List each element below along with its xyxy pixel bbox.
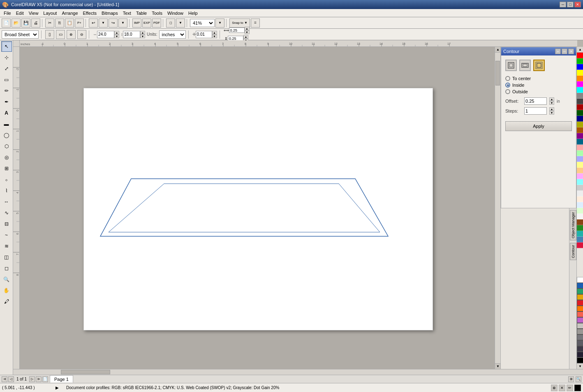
palette-swatch[interactable] xyxy=(577,156,583,162)
save-button[interactable]: 💾 xyxy=(21,18,30,28)
offset-input[interactable] xyxy=(524,97,547,105)
nudge-up[interactable]: ▲ xyxy=(212,31,217,35)
spiral-tool-btn[interactable]: ◎ xyxy=(1,152,12,163)
orange-swatch[interactable] xyxy=(577,306,583,311)
width-up[interactable]: ▲ xyxy=(114,31,119,35)
redo-button[interactable]: ↪ xyxy=(109,18,118,28)
export-button[interactable]: EXP xyxy=(142,18,151,28)
vscroll-track[interactable] xyxy=(495,53,500,363)
nearblack-swatch[interactable] xyxy=(577,352,583,357)
nudge-input[interactable] xyxy=(196,31,212,38)
page-first-btn[interactable]: ⊲ xyxy=(2,376,7,382)
palette-swatch[interactable] xyxy=(577,242,583,248)
publish-button[interactable]: PDF xyxy=(152,18,161,28)
pink-swatch[interactable] xyxy=(577,311,583,317)
blend-tool-btn[interactable]: ∿ xyxy=(1,208,12,218)
contour-tool-btn[interactable]: ⊟ xyxy=(1,219,12,229)
palette-swatch[interactable] xyxy=(577,202,583,208)
contour-minimize-btn[interactable]: ─ xyxy=(562,48,567,54)
white-swatch[interactable] xyxy=(577,277,583,283)
palette-swatch[interactable] xyxy=(577,110,583,116)
palette-swatch[interactable] xyxy=(577,185,583,191)
transparency-btn[interactable]: ◻ xyxy=(1,263,12,274)
lightgray-swatch[interactable] xyxy=(577,323,583,329)
connector-btn[interactable]: ⌇ xyxy=(1,185,12,196)
blue-swatch[interactable] xyxy=(577,283,583,288)
palette-swatch[interactable] xyxy=(577,99,583,104)
status-icon-1[interactable]: ⊕ xyxy=(551,385,558,391)
delete-page-btn[interactable]: ⊖ xyxy=(77,30,86,39)
palette-swatch[interactable] xyxy=(577,87,583,93)
contour-double-arrow[interactable]: » xyxy=(555,48,561,54)
menu-item-tools[interactable]: Tools xyxy=(149,10,165,16)
palette-swatch[interactable] xyxy=(577,76,583,81)
steps-down[interactable]: ▼ xyxy=(549,111,554,115)
page-doc-btn[interactable]: 📄 xyxy=(42,376,48,382)
palette-swatch[interactable] xyxy=(577,139,583,145)
yellow-swatch[interactable] xyxy=(577,294,583,300)
inside-radio[interactable]: Inside xyxy=(505,83,572,88)
menu-item-table[interactable]: Table xyxy=(134,10,149,16)
menu-item-layout[interactable]: Layout xyxy=(41,10,59,16)
width-down[interactable]: ▼ xyxy=(114,35,119,38)
palette-swatch[interactable] xyxy=(577,104,583,110)
crop-tool-btn[interactable]: ▭ xyxy=(1,74,12,85)
smear-btn[interactable]: ≋ xyxy=(1,241,12,251)
palette-swatch[interactable] xyxy=(577,208,583,214)
palette-swatch[interactable] xyxy=(577,173,583,179)
gray-swatch[interactable] xyxy=(577,329,583,334)
canvas-background[interactable]: ▲ ▼ xyxy=(20,47,500,369)
contour-side-tab[interactable]: Contour xyxy=(570,243,576,260)
midgray-swatch[interactable] xyxy=(577,334,583,340)
x-snap-input[interactable] xyxy=(229,28,245,33)
palette-swatch[interactable] xyxy=(577,58,583,64)
pan-tool-btn[interactable]: ✋ xyxy=(1,285,12,296)
vscroll-thumb[interactable] xyxy=(495,61,500,85)
charcoal-swatch[interactable] xyxy=(577,346,583,352)
palette-swatch[interactable] xyxy=(577,219,583,225)
eyedropper-btn[interactable]: 🖍 xyxy=(1,296,12,307)
graph-paper-btn[interactable]: ⊞ xyxy=(1,163,12,174)
height-up[interactable]: ▲ xyxy=(140,31,145,35)
status-icon-2[interactable]: ✕ xyxy=(559,385,565,391)
nudge-down[interactable]: ▼ xyxy=(212,35,217,38)
contour-close-btn[interactable]: ✕ xyxy=(568,48,574,54)
play-btn-status[interactable]: ▶ xyxy=(56,385,59,390)
snap-settings-button[interactable]: = xyxy=(251,18,260,28)
bezier-tool-btn[interactable]: ✒ xyxy=(1,97,12,107)
palette-swatch[interactable] xyxy=(577,81,583,87)
outside-type-btn[interactable] xyxy=(533,60,545,71)
menu-item-text[interactable]: Text xyxy=(120,10,134,16)
zoom-tool-btn[interactable]: 🔍 xyxy=(1,274,12,285)
undo-button[interactable]: ↩ xyxy=(89,18,98,28)
height-input[interactable] xyxy=(123,31,140,38)
new-button[interactable]: 📄 xyxy=(2,18,11,28)
page-next-btn[interactable]: ▷ xyxy=(29,376,35,382)
red-swatch[interactable] xyxy=(577,300,583,306)
menu-item-bitmaps[interactable]: Bitmaps xyxy=(99,10,120,16)
trapezoid-inner[interactable] xyxy=(109,184,380,232)
palette-swatch[interactable] xyxy=(577,93,583,99)
width-input[interactable] xyxy=(97,31,114,38)
trapezoid-outer[interactable] xyxy=(100,179,388,236)
black-swatch[interactable] xyxy=(577,357,583,363)
polygon-tool-btn[interactable]: ⬡ xyxy=(1,141,12,152)
undo-arrow-button[interactable]: ▼ xyxy=(99,18,108,28)
paste-button[interactable]: 📋 xyxy=(65,18,74,28)
basic-shapes-btn[interactable]: ⬦ xyxy=(1,174,12,185)
vertical-scrollbar[interactable]: ▲ ▼ xyxy=(495,47,500,369)
open-button[interactable]: 📂 xyxy=(12,18,21,28)
palette-swatch[interactable] xyxy=(577,64,583,70)
units-select[interactable]: inches mm cm pixels xyxy=(159,30,186,39)
palette-swatch[interactable] xyxy=(577,214,583,219)
page-last-btn[interactable]: ⊳ xyxy=(36,376,42,382)
page-size-select[interactable]: Broad Sheet Letter Legal Tabloid xyxy=(2,30,39,39)
minimize-button[interactable]: ─ xyxy=(560,2,566,7)
inside-type-btn[interactable] xyxy=(519,60,531,71)
vscroll-up-btn[interactable]: ▲ xyxy=(495,47,500,53)
menu-item-file[interactable]: File xyxy=(1,10,14,16)
object-props-button[interactable]: ◻ xyxy=(166,18,175,28)
portrait-icon[interactable]: ▯ xyxy=(45,30,54,39)
dimension-btn[interactable]: ↔ xyxy=(1,196,12,207)
purple-swatch[interactable] xyxy=(577,317,583,323)
